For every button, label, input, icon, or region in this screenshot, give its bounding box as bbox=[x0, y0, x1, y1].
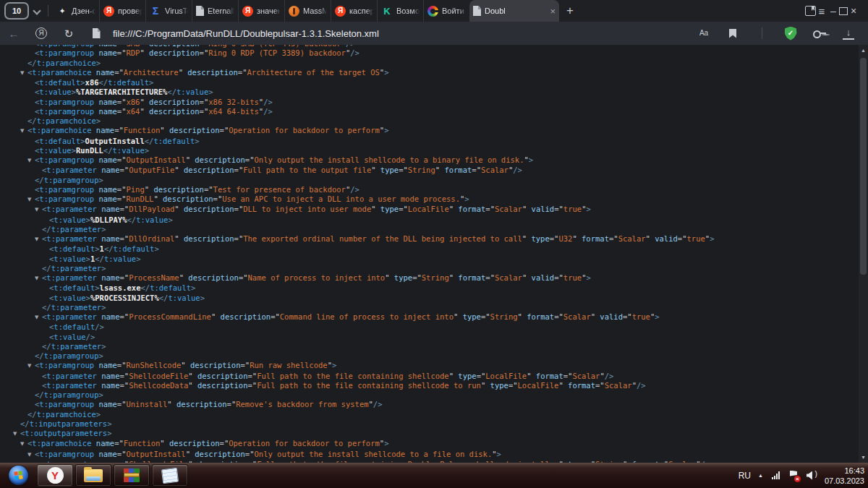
xml-line: </t:paramchoice> bbox=[0, 116, 868, 126]
passwords-icon-slot bbox=[806, 29, 833, 38]
collapse-arrow-icon[interactable]: ▼ bbox=[20, 127, 27, 136]
language-indicator[interactable]: RU bbox=[739, 471, 751, 481]
xml-line: </t:parameter> bbox=[0, 264, 868, 273]
browser-tab[interactable]: Eternalbl bbox=[192, 0, 238, 22]
xml-line: <t:default/> bbox=[0, 322, 868, 332]
browser-tab[interactable]: Войти - bbox=[423, 0, 469, 22]
clock-date: 07.03.2023 bbox=[825, 476, 864, 486]
winrar-taskbar-button[interactable] bbox=[114, 464, 150, 487]
yandex-browser-icon: Y bbox=[47, 467, 64, 484]
bookmark-icon[interactable] bbox=[729, 29, 736, 38]
address-bar: ←Я↻ file:///C:/ProgramData/RunDLL/Double… bbox=[0, 22, 868, 45]
collapse-arrow-icon[interactable]: ▼ bbox=[13, 429, 20, 439]
collapse-arrow-icon[interactable]: ▼ bbox=[27, 361, 35, 371]
page-icon[interactable] bbox=[93, 28, 101, 38]
xml-line: </t:parameter> bbox=[0, 342, 868, 351]
xml-line: </t:paramgroup> bbox=[0, 176, 868, 185]
protect-shield-icon[interactable]: ✓ bbox=[785, 27, 797, 40]
xml-line: ▼<t:parameter name="DllPayload" descript… bbox=[0, 205, 868, 215]
collapse-arrow-icon[interactable]: ▼ bbox=[20, 440, 27, 449]
translate-icon-slot: Aа bbox=[690, 27, 718, 39]
xml-line: <t:value>%DLLPAY%</t:value> bbox=[0, 215, 868, 225]
scrollbar-thumb[interactable] bbox=[860, 58, 867, 275]
clock[interactable]: 16:43 07.03.2023 bbox=[825, 466, 864, 486]
xml-line: <t:value>%TARGETARCHITECTURE%</t:value> bbox=[0, 87, 868, 97]
yandex-icon: Я bbox=[335, 6, 346, 17]
page-icon-slot bbox=[82, 27, 110, 39]
window-controls: ≡–× bbox=[805, 5, 868, 17]
browser-tab[interactable]: Doubl× bbox=[469, 0, 559, 22]
menu-icon[interactable]: ≡ bbox=[816, 5, 827, 17]
scrollbar[interactable]: ▲ ▼ bbox=[859, 45, 868, 463]
xml-line: ▼<t:paramgroup name="RunShellcode" descr… bbox=[0, 361, 868, 371]
collapse-arrow-icon[interactable]: ▼ bbox=[27, 195, 35, 205]
tabs-panel-icon[interactable] bbox=[805, 6, 816, 16]
url-text[interactable]: file:///C:/ProgramData/RunDLL/Doublepuls… bbox=[113, 28, 379, 39]
collapse-arrow-icon[interactable]: ▼ bbox=[35, 205, 42, 215]
yandex-circle-icon[interactable]: Я bbox=[35, 27, 47, 39]
tab-label: проверк bbox=[118, 7, 142, 15]
divider bbox=[762, 27, 762, 39]
start-icon bbox=[9, 466, 28, 485]
xml-line: </t:inputparameters> bbox=[0, 419, 868, 429]
close-icon[interactable]: × bbox=[848, 5, 859, 17]
tab-label: MassMin bbox=[303, 7, 327, 15]
xml-line: ▼<t:parameter name="ProcessCommandLine" … bbox=[0, 312, 868, 322]
yandex-icon: Я bbox=[103, 6, 114, 17]
xml-line: <t:value>%PROCESSINJECT%</t:value> bbox=[0, 294, 868, 303]
xml-line: </t:paramchoice> bbox=[0, 410, 868, 419]
browser-tab[interactable]: KВозможн bbox=[377, 0, 423, 22]
close-tab-icon[interactable]: × bbox=[550, 7, 556, 16]
browser-tab[interactable]: ✦Дзен-сту bbox=[53, 0, 99, 22]
passwords-icon[interactable] bbox=[813, 29, 826, 38]
xml-line: <t:parameter name="ShellcodeData" descri… bbox=[0, 381, 868, 390]
collapse-arrow-icon[interactable]: ▼ bbox=[35, 235, 42, 244]
browser-tab[interactable]: Язначени bbox=[238, 0, 284, 22]
tab-label: Возможн bbox=[396, 7, 420, 15]
notepad-icon bbox=[161, 467, 179, 484]
new-tab-button[interactable]: + bbox=[566, 4, 574, 18]
browser-window: 10 ✦Дзен-стуЯпроверкΣVirusTotaEternalblЯ… bbox=[0, 0, 868, 488]
explorer-taskbar-button[interactable] bbox=[75, 464, 111, 487]
collapse-arrow-icon[interactable]: ▼ bbox=[35, 274, 42, 283]
xml-line: <t:default>OutputInstall</t:default> bbox=[0, 137, 868, 146]
tab-label: Eternalbl bbox=[208, 7, 234, 15]
collapse-arrow-icon[interactable]: ▼ bbox=[27, 156, 35, 166]
translate-icon[interactable]: Aа bbox=[698, 27, 710, 39]
system-tray: RU ▲ 16:43 07.03.2023 bbox=[739, 463, 864, 488]
chevron-down-icon[interactable] bbox=[30, 4, 43, 17]
divider bbox=[48, 5, 48, 17]
xml-line: <t:parameter name="ShellcodeFile" descri… bbox=[0, 372, 868, 381]
massminer-icon bbox=[289, 6, 299, 17]
download-icon[interactable]: ↓ bbox=[843, 27, 854, 40]
scroll-down-icon[interactable]: ▼ bbox=[859, 455, 868, 460]
yandex-browser-taskbar-button[interactable]: Y bbox=[37, 464, 73, 487]
maximize-icon[interactable] bbox=[839, 7, 848, 15]
reload-icon-slot: ↻ bbox=[55, 27, 82, 39]
notepad-taskbar-button[interactable] bbox=[152, 464, 188, 487]
volume-icon[interactable] bbox=[807, 471, 817, 480]
xml-viewer: <t:paramgroup name="SMB" description="Ri… bbox=[0, 45, 868, 463]
back-icon-slot: ← bbox=[0, 27, 27, 39]
browser-tab[interactable]: MassMin bbox=[284, 0, 331, 22]
action-center-flag-icon[interactable] bbox=[789, 471, 799, 481]
tab-label: VirusTota bbox=[165, 7, 188, 15]
browser-tab[interactable]: Якасперск bbox=[331, 0, 377, 22]
reload-icon[interactable]: ↻ bbox=[63, 27, 75, 39]
browser-tab[interactable]: ΣVirusTota bbox=[145, 0, 192, 22]
browser-tab[interactable]: Япроверк bbox=[99, 0, 145, 22]
tab-counter[interactable]: 10 bbox=[4, 2, 29, 20]
xml-line: ▼<t:parameter name="DllOrdinal" descript… bbox=[0, 234, 868, 244]
back-icon[interactable]: ← bbox=[8, 27, 20, 39]
tab-label: Войти - bbox=[442, 7, 466, 15]
virustotal-icon: Σ bbox=[150, 5, 161, 17]
tab-count-label: 10 bbox=[12, 7, 21, 15]
network-icon[interactable] bbox=[770, 471, 782, 479]
scroll-up-icon[interactable]: ▲ bbox=[859, 48, 868, 53]
start-taskbar-button[interactable] bbox=[1, 463, 35, 488]
collapse-arrow-icon[interactable]: ▼ bbox=[35, 313, 42, 322]
minimize-icon[interactable]: – bbox=[827, 5, 839, 17]
hidden-icons-icon[interactable]: ▲ bbox=[758, 473, 763, 478]
collapse-arrow-icon[interactable]: ▼ bbox=[27, 450, 35, 460]
collapse-arrow-icon[interactable]: ▼ bbox=[20, 69, 27, 78]
